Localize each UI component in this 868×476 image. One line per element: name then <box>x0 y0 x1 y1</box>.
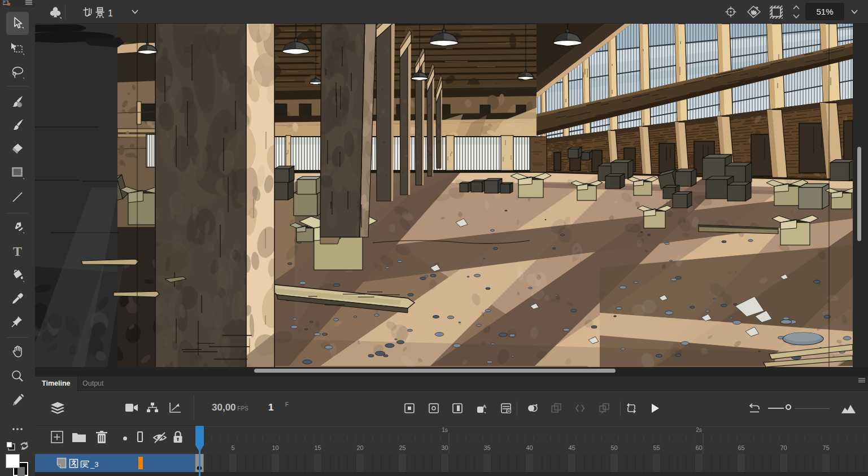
svg-text:20: 20 <box>356 444 363 451</box>
svg-text:75: 75 <box>822 444 829 451</box>
svg-text:35: 35 <box>483 444 490 451</box>
svg-text:1: 1 <box>108 8 113 18</box>
svg-text:15: 15 <box>314 444 321 451</box>
svg-text:_3: _3 <box>90 460 98 469</box>
svg-text:2s: 2s <box>696 427 702 433</box>
svg-text:40: 40 <box>526 444 533 451</box>
svg-text:10: 10 <box>272 444 278 451</box>
svg-text:55: 55 <box>653 444 660 451</box>
svg-text:A: A <box>483 403 487 409</box>
svg-text:70: 70 <box>780 444 787 451</box>
svg-text:1s: 1s <box>442 427 448 433</box>
svg-text:60: 60 <box>695 444 702 451</box>
svg-text:30: 30 <box>441 444 448 451</box>
svg-text:25: 25 <box>399 444 405 451</box>
svg-text:65: 65 <box>738 444 744 451</box>
svg-text:5: 5 <box>231 444 234 451</box>
svg-text:45: 45 <box>568 444 575 451</box>
svg-text:50: 50 <box>610 444 617 451</box>
